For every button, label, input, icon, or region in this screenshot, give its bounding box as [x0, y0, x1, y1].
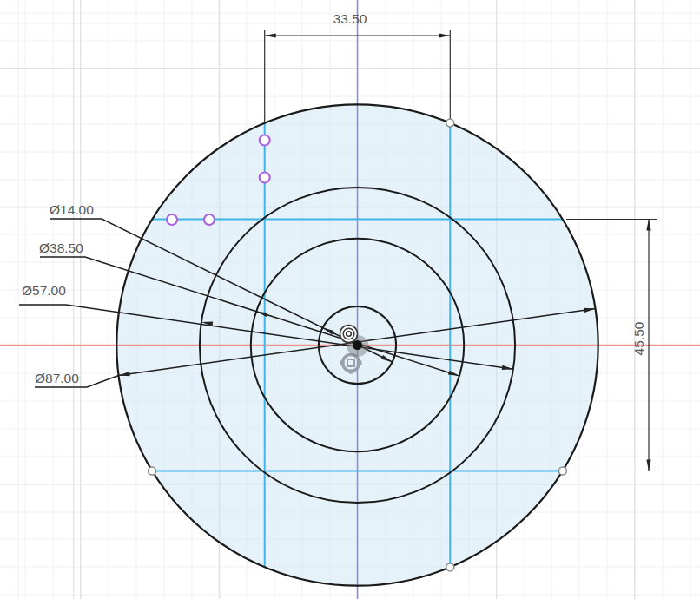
- sketch-geometry-layer: 33.50 45.50 Ø14.00 Ø38.50: [0, 0, 700, 599]
- sketch-point-fixed[interactable]: [446, 563, 454, 571]
- sketch-point[interactable]: [204, 214, 215, 225]
- dimension-value-right[interactable]: 45.50: [631, 321, 646, 355]
- concentric-constraint-icon[interactable]: [340, 326, 358, 343]
- sketch-point[interactable]: [167, 214, 177, 225]
- dimension-value-top[interactable]: 33.50: [333, 11, 367, 26]
- arrowhead-icon: [439, 33, 450, 37]
- diameter-label-14[interactable]: Ø14.00: [50, 202, 94, 217]
- sketch-point-fixed[interactable]: [446, 119, 454, 127]
- sketch-canvas: 33.50 45.50 Ø14.00 Ø38.50: [0, 0, 700, 599]
- diameter-label-57[interactable]: Ø57.00: [22, 283, 66, 298]
- sketch-point-fixed[interactable]: [149, 467, 156, 475]
- arrowhead-icon: [646, 460, 650, 471]
- diameter-label-87[interactable]: Ø87.00: [35, 371, 79, 385]
- arrowhead-icon: [265, 33, 276, 37]
- sketch-point[interactable]: [260, 135, 270, 146]
- diameter-label-38[interactable]: Ø38.50: [39, 240, 83, 255]
- arrowhead-icon: [646, 220, 650, 231]
- sketch-point-fixed[interactable]: [558, 467, 566, 475]
- sketch-point[interactable]: [260, 173, 270, 183]
- sketch-center-point[interactable]: [353, 340, 362, 350]
